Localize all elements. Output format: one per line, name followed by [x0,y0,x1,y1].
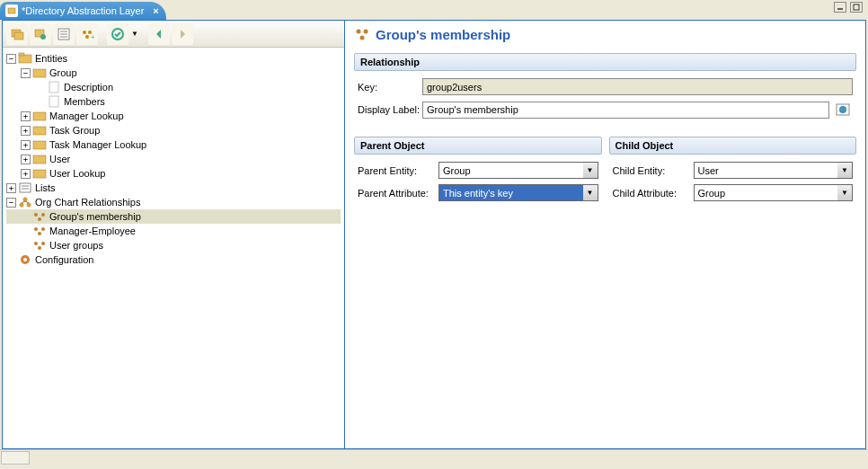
tree-label: Group's membership [49,211,141,222]
org-chart-icon [18,196,32,208]
svg-point-36 [38,217,41,221]
child-entity-select[interactable]: User ▼ [694,162,854,179]
tree-label: Task Manager Lookup [49,139,146,150]
svg-point-47 [360,36,365,40]
tree-label: Task Group [49,125,100,136]
tree-node-entities[interactable]: − Entities [6,51,341,66]
entity-icon [32,110,47,122]
toolbar-btn-4[interactable]: + [76,23,98,45]
expander-plus-icon[interactable]: + [21,126,31,136]
entity-icon [32,153,47,165]
svg-rect-16 [19,55,31,63]
tree-node-user-lookup[interactable]: + User Lookup [6,166,341,181]
chevron-down-icon[interactable]: ▼ [583,184,598,201]
lists-icon [18,181,32,194]
expander-plus-icon[interactable]: + [6,183,16,193]
toolbar-dropdown-arrow[interactable]: ▼ [130,30,139,38]
tree-node-manager-lookup[interactable]: + Manager Lookup [6,109,341,123]
minimize-button[interactable] [834,2,846,13]
status-segment [1,451,30,465]
close-icon[interactable]: × [153,5,158,16]
tree-node-lists[interactable]: + Lists [6,181,341,195]
expander-plus-icon[interactable]: + [21,111,31,121]
svg-rect-25 [33,170,46,178]
tree-node-task-manager-lookup[interactable]: + Task Manager Lookup [6,137,341,152]
tree-node-manager-employee[interactable]: Manager-Employee [6,224,341,238]
toolbar-btn-validate[interactable] [107,23,128,45]
svg-rect-24 [33,155,46,164]
svg-line-32 [22,201,25,203]
expander-minus-icon[interactable]: − [6,54,16,64]
svg-point-44 [23,258,27,261]
page-title: Group's membership [354,26,856,42]
chevron-down-icon[interactable]: ▼ [837,162,853,179]
svg-point-31 [27,203,31,208]
tree-node-configuration[interactable]: Configuration [6,252,341,267]
section-relationship: Relationship [354,53,856,71]
expander-minus-icon[interactable]: − [21,68,31,78]
tree-node-members[interactable]: Members [6,94,341,109]
svg-point-39 [38,232,41,235]
svg-rect-26 [20,183,31,192]
nav-back-button[interactable] [148,23,170,45]
parent-entity-select[interactable]: Group ▼ [438,162,598,179]
entity-icon [32,138,47,151]
expander-plus-icon[interactable]: + [21,140,31,150]
tree-label: Configuration [35,254,93,265]
svg-point-42 [38,246,41,250]
child-entity-label: Child Entity: [613,165,694,176]
display-label-label: Display Label: [358,104,422,115]
gear-icon [18,253,32,266]
relationship-icon [32,239,47,252]
localize-button[interactable] [833,101,853,119]
toolbar-btn-3[interactable] [53,23,75,45]
relationship-icon [32,225,47,237]
relationship-icon [354,26,370,42]
svg-rect-21 [33,112,46,120]
tree-label: User Lookup [49,168,105,179]
maximize-button[interactable] [850,2,863,13]
entity-icon [32,124,47,137]
expander-minus-icon[interactable]: − [6,198,16,208]
relationship-icon [32,210,47,223]
tree-node-org-chart[interactable]: − Org Chart Relationships [6,195,341,209]
tree-node-groups-membership[interactable]: Group's membership [6,209,341,224]
svg-point-34 [34,213,38,217]
nav-forward-button[interactable] [172,23,193,45]
display-label-field[interactable] [422,102,829,119]
tree-node-description[interactable]: Description [6,80,341,94]
chevron-down-icon[interactable]: ▼ [837,184,853,201]
svg-text:+: + [91,33,94,41]
toolbar-btn-1[interactable] [6,23,28,45]
tree-node-group[interactable]: − Group [6,66,341,80]
parent-attribute-select[interactable]: This entity's key ▼ [438,184,598,201]
tree-node-user-groups[interactable]: User groups [6,238,341,252]
tree-node-task-group[interactable]: + Task Group [6,123,341,137]
chevron-down-icon[interactable]: ▼ [583,162,598,179]
tree-label: Description [64,82,113,93]
svg-point-40 [34,242,38,245]
expander-plus-icon[interactable]: + [21,169,31,179]
section-parent-object: Parent Object [354,137,602,155]
toolbar-btn-2[interactable] [30,23,51,45]
attribute-icon [47,95,61,108]
tree-node-user[interactable]: + User [6,152,341,166]
editor-tab[interactable]: *Directory Abstraction Layer × [0,2,166,20]
attribute-icon [47,81,61,93]
parent-attribute-label: Parent Attribute: [358,188,438,199]
status-bar [0,449,868,465]
svg-point-41 [41,242,45,245]
key-field [422,78,853,95]
svg-rect-18 [33,69,46,77]
svg-point-13 [85,35,89,39]
tree-view[interactable]: − Entities − Group Description Members [3,48,344,448]
tree-label: User [49,154,70,164]
tree-label: Group [49,67,77,78]
parent-entity-label: Parent Entity: [358,165,438,176]
toolbar: + ▼ [3,21,344,48]
svg-point-45 [357,30,361,34]
child-attribute-select[interactable]: Group ▼ [694,184,854,201]
expander-plus-icon[interactable]: + [21,155,31,164]
svg-rect-19 [49,82,58,93]
tree-label: Entities [35,53,67,64]
